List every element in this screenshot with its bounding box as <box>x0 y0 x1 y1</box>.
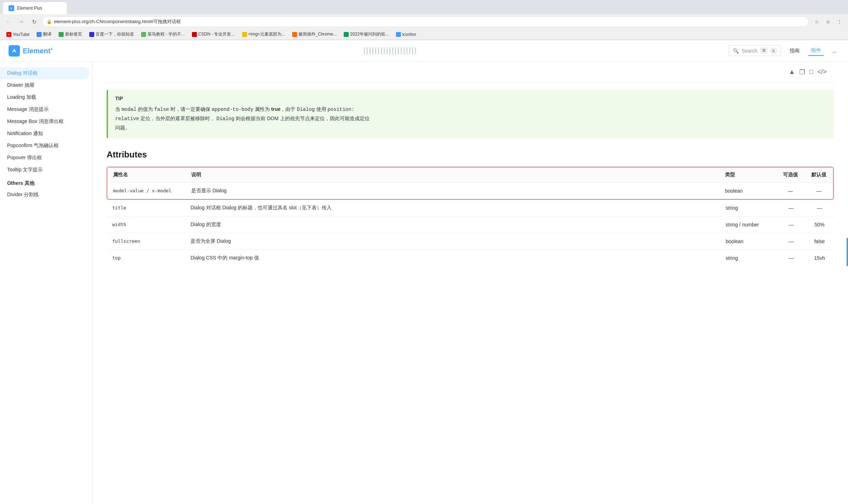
page-layout: Element+ 🔍 Search ⌘ K 指南 组件 ... Dialog 对… <box>0 40 848 504</box>
sidebar-others-title: Others 其他 <box>0 176 92 189</box>
content-area: Dialog 对话框 Drawer 抽屉 Loading 加载 Message … <box>0 61 848 504</box>
attr-default-fullscreen: false <box>805 233 834 250</box>
table-row: fullscreen 是否为全屏 Dialog boolean — false <box>107 233 834 250</box>
attr-default-model-value: — <box>805 182 833 199</box>
kbd-k: K <box>771 48 777 54</box>
code-icon[interactable]: </> <box>817 68 827 76</box>
img-favicon <box>242 32 247 37</box>
attr-desc-top: Dialog CSS 中的 margin-top 值 <box>185 250 720 266</box>
info-icon[interactable]: ▲ <box>789 68 795 76</box>
bookmark-icon[interactable]: ❐ <box>799 68 805 76</box>
forward-button[interactable]: → <box>16 17 26 27</box>
attributes-table-rest: title Dialog 对话框 Dialog 的标题，也可通过具名 slot（… <box>107 200 834 266</box>
menu-button[interactable]: ⋮ <box>834 17 844 27</box>
baidu-favicon <box>89 32 94 37</box>
table-row: top Dialog CSS 中的 margin-top 值 string — … <box>107 250 834 266</box>
back-button[interactable]: ← <box>4 17 14 27</box>
jijian-favicon <box>292 32 297 37</box>
attr-default-width: 50% <box>805 216 834 233</box>
scroll-indicator <box>847 238 848 266</box>
attributes-table-highlighted: 属性名 说明 类型 可选值 默认值 model-value / v-model … <box>107 167 834 200</box>
logo[interactable]: Element+ <box>9 45 53 57</box>
active-tab[interactable]: E Element Plus <box>3 2 67 14</box>
search-button[interactable]: 🔍 Search ⌘ K <box>728 45 782 56</box>
attr-desc-width: Dialog 的宽度 <box>185 216 720 233</box>
bookmark-csdn[interactable]: CSDN - 专业开发... <box>189 31 238 38</box>
sidebar-item-drawer[interactable]: Drawer 抽屉 <box>0 79 92 91</box>
nav-center <box>53 47 728 54</box>
lock-icon: 🔒 <box>47 19 52 24</box>
runoob-label: 菜鸟教程 - 学的不... <box>147 31 185 37</box>
attr-desc-title: Dialog 对话框 Dialog 的标题，也可通过具名 slot（见下表）传入 <box>185 200 720 216</box>
address-bar[interactable]: 🔒 element-plus.org/zh-CN/component/dialo… <box>42 16 809 27</box>
attr-optional-model-value: — <box>776 182 805 199</box>
reload-button[interactable]: ↻ <box>29 17 39 27</box>
tip-text: 当 modal 的值为 false 时，请一定要确保 append-to-bod… <box>115 105 827 133</box>
col-header-name: 属性名 <box>107 167 186 183</box>
tip-title: TIP <box>115 96 827 101</box>
attr-type-title: string <box>720 200 777 216</box>
address-bar-row: ← → ↻ 🔒 element-plus.org/zh-CN/component… <box>0 14 848 29</box>
attr-type-model-value: boolean <box>719 182 776 199</box>
table-row: width Dialog 的宽度 string / number — 50% <box>107 216 834 233</box>
sidebar: Dialog 对话框 Drawer 抽屉 Loading 加载 Message … <box>0 61 92 504</box>
sidebar-item-loading[interactable]: Loading 加载 <box>0 91 92 103</box>
bookmark-newtab[interactable]: 新标签页 <box>56 31 85 38</box>
logo-icon <box>9 45 20 57</box>
bookmark-iconfont[interactable]: iconfon <box>393 31 419 38</box>
main-content: ▲ ❐ □ </> TIP 当 modal 的值为 false 时，请一定要确保… <box>92 61 848 504</box>
attr-name-width: width <box>107 216 185 233</box>
browser-chrome: E Element Plus ← → ↻ 🔒 element-plus.org/… <box>0 0 848 40</box>
translate-favicon <box>37 32 42 37</box>
runoob-favicon <box>141 32 146 37</box>
sidebar-item-dialog[interactable]: Dialog 对话框 <box>0 67 89 79</box>
csdn-label: CSDN - 专业开发... <box>198 31 235 37</box>
bookmark-baidu[interactable]: 百度一下，你就知道 <box>86 31 137 38</box>
sidebar-item-messagebox[interactable]: Message Box 消息弹出框 <box>0 116 92 128</box>
attr-optional-title: — <box>777 200 805 216</box>
bookmark-translate[interactable]: 翻译 <box>34 31 54 38</box>
attr-name-title: title <box>107 200 185 216</box>
translate-label: 翻译 <box>43 31 52 37</box>
bookmark-star-button[interactable]: ☆ <box>812 17 822 27</box>
sidebar-item-popconfirm[interactable]: Popconfirm 气泡确认框 <box>0 140 92 152</box>
attr-optional-width: — <box>777 216 805 233</box>
bookmark-img[interactable]: <img>元素底部为... <box>239 31 288 38</box>
youtube-label: YouTube <box>13 32 29 37</box>
nav-guide[interactable]: 指南 <box>787 46 803 55</box>
nav-components[interactable]: 组件 <box>808 46 824 56</box>
search-label: Search <box>742 48 757 54</box>
address-text: element-plus.org/zh-CN/component/dialog.… <box>54 18 804 25</box>
col-header-desc: 说明 <box>186 167 719 183</box>
sidebar-item-divider[interactable]: Divider 分割线 <box>0 189 92 201</box>
sidebar-item-message[interactable]: Message 消息提示 <box>0 103 92 116</box>
share-button[interactable]: ⎋ <box>823 17 833 27</box>
svg-text:E: E <box>11 7 12 10</box>
attr-default-top: 15vh <box>805 250 834 266</box>
img-label: <img>元素底部为... <box>248 31 285 37</box>
iconfont-label: iconfon <box>402 32 416 37</box>
drag-indicator <box>364 47 417 54</box>
jijian-label: 极简插件_Chrome... <box>299 31 337 37</box>
sidebar-item-notification[interactable]: Notification 通知 <box>0 128 92 140</box>
copy-icon[interactable]: □ <box>809 68 813 76</box>
year2022-favicon <box>344 32 349 37</box>
top-nav: Element+ 🔍 Search ⌘ K 指南 组件 ... <box>0 40 848 61</box>
attr-type-fullscreen: boolean <box>720 233 777 250</box>
youtube-favicon <box>6 32 11 37</box>
sidebar-item-tooltip[interactable]: Tooltip 文字提示 <box>0 164 92 176</box>
nav-more[interactable]: ... <box>830 47 839 55</box>
attr-optional-fullscreen: — <box>777 233 805 250</box>
attr-optional-top: — <box>777 250 805 266</box>
attr-desc-model-value: 是否显示 Dialog <box>186 182 719 199</box>
bookmark-youtube[interactable]: YouTube <box>4 31 32 38</box>
bookmark-jijian[interactable]: 极简插件_Chrome... <box>289 31 339 38</box>
sidebar-item-popover[interactable]: Popover 弹出框 <box>0 152 92 164</box>
tip-block: TIP 当 modal 的值为 false 时，请一定要确保 append-to… <box>107 90 834 138</box>
bookmark-year2022[interactable]: 2022年被问到的前... <box>341 31 392 38</box>
col-header-default: 默认值 <box>805 167 833 183</box>
col-header-type: 类型 <box>719 167 776 183</box>
bookmark-runoob[interactable]: 菜鸟教程 - 学的不... <box>138 31 188 38</box>
address-actions: ☆ ⎋ ⋮ <box>812 17 844 27</box>
table-row-highlighted: model-value / v-model 是否显示 Dialog boolea… <box>107 182 833 199</box>
